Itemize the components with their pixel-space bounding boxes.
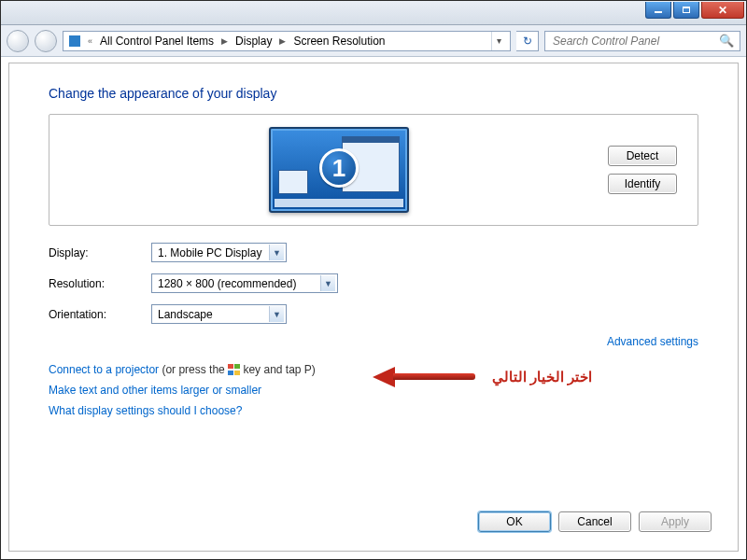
chevron-down-icon: ▼	[320, 275, 335, 291]
cancel-button[interactable]: Cancel	[558, 511, 631, 532]
breadcrumb-bar[interactable]: « All Control Panel Items ▶ Display ▶ Sc…	[63, 31, 511, 51]
breadcrumb-dropdown[interactable]: ▾	[491, 32, 506, 50]
breadcrumb-item[interactable]: Screen Resolution	[291, 33, 387, 49]
search-box[interactable]: 🔍	[544, 31, 740, 51]
content-panel: Change the appearance of your display 1 …	[8, 63, 739, 552]
annotation-overlay: اختر الخيار التالي	[373, 369, 592, 385]
identify-button[interactable]: Identify	[608, 174, 677, 194]
forward-button[interactable]	[35, 30, 57, 52]
dialog-buttons: OK Cancel Apply	[478, 511, 712, 532]
projector-hint: (or press the key and tap P)	[159, 363, 316, 376]
display-select[interactable]: 1. Mobile PC Display ▼	[151, 243, 287, 262]
search-icon: 🔍	[719, 34, 734, 48]
annotation-arrow-icon	[373, 369, 475, 385]
detect-button[interactable]: Detect	[608, 146, 677, 166]
close-button[interactable]: ✕	[701, 2, 744, 19]
chevron-down-icon: ▼	[269, 306, 284, 322]
advanced-settings-link[interactable]: Advanced settings	[607, 335, 698, 348]
breadcrumb-item[interactable]: Display	[233, 33, 274, 49]
annotation-text: اختر الخيار التالي	[492, 369, 592, 385]
display-preview: 1 Detect Identify	[49, 114, 698, 226]
chevron-right-icon: ▶	[218, 36, 232, 46]
which-settings-link[interactable]: What display settings should I choose?	[49, 404, 242, 417]
chevron-down-icon: ▼	[269, 245, 284, 260]
display-value: 1. Mobile PC Display	[158, 246, 261, 259]
control-panel-icon	[67, 34, 82, 49]
windows-key-icon	[228, 364, 240, 375]
text-size-link[interactable]: Make text and other items larger or smal…	[49, 384, 261, 397]
breadcrumb-item[interactable]: All Control Panel Items	[98, 33, 216, 49]
navigation-bar: « All Control Panel Items ▶ Display ▶ Sc…	[1, 25, 746, 57]
minimize-button[interactable]	[645, 2, 671, 19]
resolution-label: Resolution:	[49, 277, 151, 290]
title-bar: ✕	[1, 1, 746, 25]
chevron-right-icon: ▶	[275, 36, 289, 46]
connect-projector-link[interactable]: Connect to a projector	[49, 363, 159, 376]
orientation-select[interactable]: Landscape ▼	[151, 304, 287, 324]
refresh-button[interactable]: ↻	[516, 31, 539, 51]
orientation-value: Landscape	[158, 308, 213, 321]
display-label: Display:	[49, 246, 151, 259]
apply-button[interactable]: Apply	[639, 511, 712, 532]
orientation-label: Orientation:	[49, 308, 151, 321]
ok-button[interactable]: OK	[478, 511, 551, 532]
page-heading: Change the appearance of your display	[49, 86, 698, 101]
maximize-button[interactable]	[673, 2, 699, 19]
monitor-number-badge: 1	[319, 148, 359, 188]
resolution-value: 1280 × 800 (recommended)	[158, 277, 296, 290]
search-input[interactable]	[551, 34, 710, 49]
breadcrumb-prefix: «	[84, 36, 96, 46]
monitor-thumbnail[interactable]: 1	[269, 127, 409, 213]
window-frame: ✕ « All Control Panel Items ▶ Display ▶ …	[0, 0, 747, 560]
resolution-select[interactable]: 1280 × 800 (recommended) ▼	[151, 273, 338, 293]
back-button[interactable]	[7, 30, 29, 52]
